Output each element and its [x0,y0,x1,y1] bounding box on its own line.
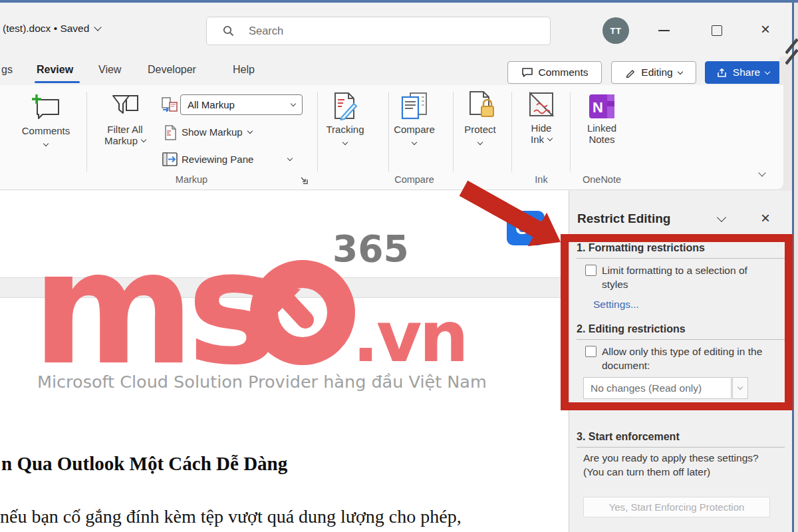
chevron-down-icon [547,136,553,141]
watermark-365-text: 365 [332,227,409,270]
comment-icon [521,67,533,78]
minimize-button[interactable] [657,29,670,32]
filter-icon [110,93,140,121]
hide-ink-label-line2: Ink [531,134,544,145]
watermark-vn-text: .vn [352,297,466,378]
compare-icon [400,92,429,121]
section-divider [577,447,785,448]
hide-ink-label-line1: Hide [518,122,565,134]
tab-review[interactable]: Review [37,64,73,76]
ribbon-separator [511,92,512,172]
document-title: (test).docx • Saved [3,23,100,35]
pencil-icon [625,67,636,78]
reviewing-pane-label: Reviewing Pane [182,154,253,165]
ribbon-comments-button[interactable]: Comments [20,93,72,148]
background-diagonal-marks [785,33,798,65]
reviewing-pane-button[interactable]: Reviewing Pane [182,154,253,165]
ribbon-separator [317,92,318,172]
enforcement-question: Are you ready to apply these settings? (… [583,451,777,479]
watermark-tagline: Microsoft Cloud Solution Provider hàng đ… [37,372,487,392]
share-button[interactable]: Share [705,61,781,84]
tab-developer[interactable]: Developer [148,64,196,76]
compare-label: Compare [390,124,439,135]
tracking-icon [331,92,359,121]
linked-notes-label-line1: Linked [577,122,626,134]
chevron-down-icon [342,140,348,145]
start-enforcement-header: 3. Start enforcement [577,431,680,443]
tracking-label: Tracking [321,124,370,135]
search-input[interactable]: Search [206,17,551,45]
annotation-red-arrow [426,170,598,256]
start-enforcing-protection-button[interactable]: Yes, Start Enforcing Protection [583,497,770,517]
tracking-button[interactable]: Tracking [321,92,370,147]
chevron-down-icon [412,140,417,145]
hide-ink-icon [527,92,555,120]
markup-group-label: Markup [158,174,225,185]
chevron-down-icon [477,140,483,145]
new-comment-icon [31,93,61,122]
filter-all-markup-button[interactable]: Filter All Markup [98,93,152,146]
chevron-down-icon [43,141,49,146]
share-button-label: Share [733,66,760,78]
ribbon-separator [86,92,87,172]
linked-notes-label-line2: Notes [577,134,626,145]
filter-label-line1: Filter All [98,124,152,135]
protect-label: Protect [456,124,505,135]
filter-label-line2: Markup [104,135,138,146]
comments-button[interactable]: Comments [507,61,602,84]
ribbon-separator [570,92,571,172]
chevron-down-icon [765,68,770,74]
tab-view[interactable]: View [98,64,121,76]
dialog-launcher-icon[interactable] [299,176,309,185]
maximize-button[interactable] [712,25,722,36]
linked-notes-button[interactable]: N Linked Notes [577,93,626,145]
pane-close-icon[interactable]: × [761,209,770,227]
tab-help[interactable]: Help [233,64,255,76]
ribbon-separator [453,92,454,172]
compare-button[interactable]: Compare [390,92,439,147]
chevron-down-icon [677,68,682,74]
avatar-initials: TT [610,26,622,36]
protect-button[interactable]: Protect [456,90,505,147]
combobox-value: All Markup [188,99,235,110]
protect-lock-icon [465,90,495,121]
comments-label: Comments [20,125,72,136]
show-markup-icon [163,125,178,141]
tab-mailings-cutoff[interactable]: gs [1,64,13,76]
ribbon-separator [388,92,389,172]
chevron-down-icon [141,137,146,142]
window-top-border [0,0,798,3]
start-enforcing-label: Yes, Start Enforcing Protection [609,501,745,513]
hide-ink-button[interactable]: Hide Ink [518,92,565,145]
document-paragraph: nếu bạn cố gắng đính kèm tệp vượt quá du… [0,506,462,527]
annotation-red-rectangle [561,234,793,410]
avatar[interactable]: TT [602,17,629,44]
comments-button-label: Comments [539,66,589,78]
share-icon [716,67,728,78]
display-for-review-icon [162,97,178,113]
active-tab-underline [35,81,80,83]
reviewing-pane-icon [162,152,178,167]
search-placeholder: Search [249,25,283,37]
chevron-down-icon [291,101,296,106]
editing-mode-button[interactable]: Editing [611,61,696,84]
close-button[interactable]: × [761,20,770,39]
display-for-review-combobox[interactable]: All Markup [180,94,303,115]
chevron-down-icon [247,128,252,134]
document-heading: n Qua Outlook Một Cách Dễ Dàng [1,453,287,475]
desktop-background-strip [794,0,798,532]
document-title-text: (test).docx • Saved [3,23,89,35]
search-icon [223,25,234,37]
onenote-icon: N [588,93,616,120]
editing-button-label: Editing [641,66,672,78]
show-markup-label: Show Markup [182,126,243,138]
onenote-letter: N [593,99,603,116]
chevron-down-icon[interactable] [94,23,102,31]
show-markup-button[interactable]: Show Markup [182,126,252,138]
